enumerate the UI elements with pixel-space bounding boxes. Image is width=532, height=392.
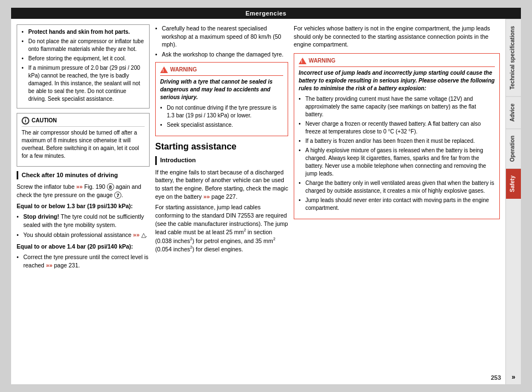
list-item: Ask the workshop to change the damaged t…: [155, 50, 288, 59]
list-item: If a battery is frozen and/or has been f…: [299, 137, 495, 145]
circle-7: 7: [114, 192, 121, 199]
tab-advice[interactable]: Advice: [506, 96, 521, 128]
list-item: Jump leads should never enter into conta…: [299, 197, 495, 212]
item-text: If a minimum pressure of 2.0 bar (29 psi…: [28, 65, 140, 102]
bullet-box-left: Protect hands and skin from hot parts. D…: [17, 24, 150, 109]
list-item: Seek specialist assistance.: [160, 121, 283, 129]
check-heading: Check after 10 minutes of driving: [17, 171, 150, 179]
eq2-list: Correct the tyre pressure until the corr…: [17, 253, 150, 269]
right-warning-list: The battery providing current must have …: [299, 95, 495, 212]
eq2-heading: Equal to or above 1.4 bar (20 psi/140 kP…: [17, 243, 150, 251]
warning-header: WARNING: [160, 66, 283, 76]
mid-top-list: Carefully head to the nearest specialise…: [155, 24, 288, 59]
list-item: Do not continue driving if the tyre pres…: [160, 104, 283, 120]
caution-label: CAUTION: [32, 117, 57, 125]
warning-label: WARNING: [170, 66, 197, 74]
item-text: Do not place the air compressor or infla…: [28, 38, 144, 52]
warning-label-right: WARNING: [309, 57, 335, 65]
list-item: A highly explosive mixture of gases is r…: [299, 147, 495, 178]
tab-technical-specifications[interactable]: Technical specifications: [506, 19, 521, 96]
warning-icon: [160, 66, 168, 73]
arrow-ref: »»: [46, 262, 53, 269]
mid-para1: If the engine fails to start because of …: [155, 168, 288, 201]
arrow-ref: »»: [76, 183, 83, 190]
screw-para: Screw the inflator tube »» Fig. 190 8 ag…: [17, 183, 150, 199]
caution-text: The air compressor should be turned off …: [22, 129, 145, 160]
list-item: You should obtain professional assistanc…: [17, 231, 150, 239]
list-item: Carefully head to the nearest specialise…: [155, 24, 288, 49]
stop-bold: Stop driving!: [23, 213, 59, 220]
list-item: If a minimum pressure of 2.0 bar (29 psi…: [22, 64, 145, 103]
arrow-ref: »»: [133, 231, 140, 238]
list-item: Protect hands and skin from hot parts.: [22, 28, 145, 36]
warning-box-right: WARNING Incorrect use of jump leads and …: [294, 53, 500, 219]
list-item: Before storing the equipment, let it coo…: [22, 55, 145, 63]
list-item: Charge the battery only in well ventilat…: [299, 179, 495, 195]
warning-list: Do not continue driving if the tyre pres…: [160, 104, 283, 129]
page-number: 253: [491, 374, 501, 381]
eq1-heading: Equal to or below 1.3 bar (19 psi/130 kP…: [17, 202, 150, 210]
introduction-heading: Introduction: [155, 156, 288, 164]
top-bar-title: Emergencies: [245, 10, 287, 17]
tab-safety[interactable]: Safety: [506, 168, 521, 199]
warning-icon-right: [299, 58, 306, 64]
circle-8: 8: [107, 183, 114, 190]
right-intro: For vehicles whose battery is not in the…: [294, 24, 500, 49]
right-arrow-icon: »: [511, 373, 515, 381]
content-area: Protect hands and skin from hot parts. D…: [11, 19, 521, 384]
col-left: Protect hands and skin from hot parts. D…: [17, 24, 150, 379]
top-bar: Emergencies: [11, 8, 521, 19]
starting-assistance-heading: Starting assistance: [155, 141, 288, 153]
item-text: Protect hands and skin from hot parts.: [28, 29, 130, 35]
sidebar-tabs: Technical specifications Advice Operatio…: [505, 19, 521, 384]
main-content: Protect hands and skin from hot parts. D…: [11, 19, 505, 384]
tab-operation[interactable]: Operation: [506, 128, 521, 168]
arrow-ref: »»: [203, 193, 210, 200]
warning-bold-right: Incorrect use of jump leads and incorrec…: [299, 69, 495, 92]
warning-box-mid: WARNING Driving with a tyre that cannot …: [155, 62, 288, 136]
col-right: For vehicles whose battery is not in the…: [294, 24, 500, 379]
list-item: Never charge a frozen or recently thawed…: [299, 120, 495, 136]
list-item: The battery providing current must have …: [299, 95, 495, 118]
list-item: Correct the tyre pressure until the corr…: [17, 253, 150, 269]
caution-icon: i: [22, 117, 29, 125]
page-wrapper: Emergencies Protect hands and skin from …: [11, 8, 521, 384]
caution-box: i CAUTION The air compressor should be t…: [17, 113, 150, 167]
fig-ref: Fig. 190: [84, 183, 105, 190]
col-mid: Carefully head to the nearest specialise…: [155, 24, 288, 379]
warning-bold-text: Driving with a tyre that cannot be seale…: [160, 78, 283, 101]
caution-header: i CAUTION: [22, 117, 145, 127]
eq1-list: Stop driving! The tyre could not be suff…: [17, 213, 150, 239]
item-text: Before storing the equipment, let it coo…: [28, 55, 126, 61]
list-item: Stop driving! The tyre could not be suff…: [17, 213, 150, 229]
warning-header-right: WARNING: [299, 57, 495, 67]
list-item: Do not place the air compressor or infla…: [22, 38, 145, 53]
mid-para2: For starting assistance, jump lead cable…: [155, 203, 288, 253]
